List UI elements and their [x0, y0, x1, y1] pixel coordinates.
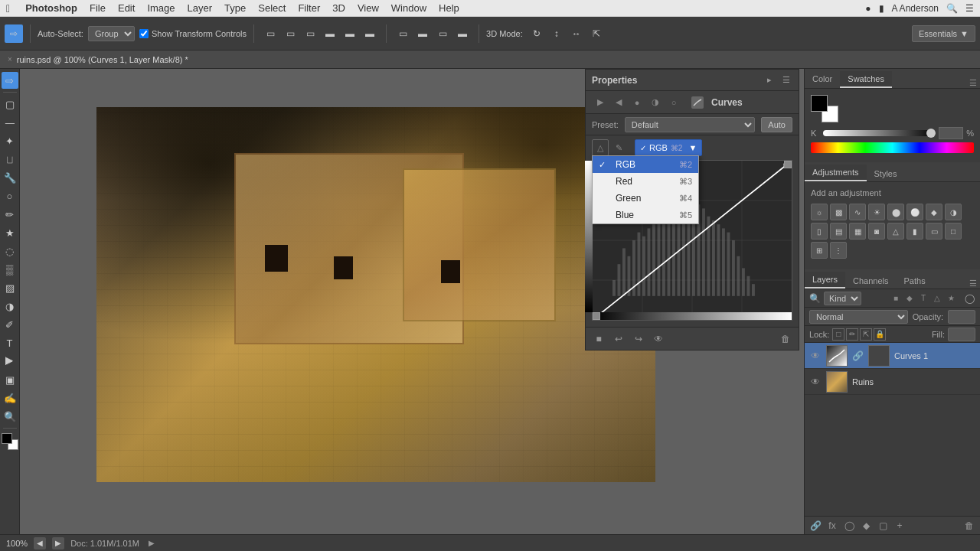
- status-nav-right[interactable]: ▶: [52, 537, 64, 549]
- history-brush-tool[interactable]: ◌: [2, 243, 18, 259]
- layers-filter-select[interactable]: Kind: [824, 292, 861, 305]
- channel-option-blue[interactable]: Blue ⌘5: [593, 207, 698, 223]
- adj-exposure[interactable]: ☀: [868, 204, 885, 220]
- k-value-input[interactable]: 100: [939, 127, 963, 139]
- quick-select-tool[interactable]: ✦: [2, 132, 18, 149]
- layer-item-ruins[interactable]: 👁 Ruins: [805, 369, 980, 395]
- prop-camera-btn[interactable]: ■: [590, 331, 607, 347]
- 3d-slide-btn[interactable]: ⇱: [587, 24, 606, 43]
- clone-stamp-tool[interactable]: ★: [2, 224, 18, 241]
- layers-link-btn[interactable]: 🔗: [808, 518, 823, 533]
- properties-expand-btn[interactable]: ▸: [763, 74, 776, 86]
- layer-item-curves1[interactable]: 👁 🔗 Curves 1: [805, 343, 980, 369]
- move-tool-btn[interactable]: ⇨: [5, 24, 23, 43]
- layers-trash-btn[interactable]: 🗑: [962, 518, 977, 533]
- layers-filter-toggle[interactable]: ◯: [963, 292, 975, 305]
- marquee-tool[interactable]: ▢: [2, 96, 18, 112]
- layers-panel-collapse-btn[interactable]: ☰: [966, 279, 980, 289]
- curve-select-tool[interactable]: △: [592, 139, 609, 156]
- eraser-tool[interactable]: ▒: [2, 261, 18, 278]
- filter-type-btn[interactable]: T: [917, 292, 929, 305]
- tab-swatches[interactable]: Swatches: [840, 71, 892, 88]
- filter-pixel-btn[interactable]: ■: [890, 292, 902, 305]
- dodge-tool[interactable]: ◑: [2, 298, 18, 315]
- layers-fx-btn[interactable]: fx: [825, 518, 840, 533]
- adj-grid-icon[interactable]: ⊞: [811, 242, 828, 259]
- fill-input[interactable]: 100%: [948, 328, 975, 341]
- prop-reset-btn[interactable]: ↩: [610, 331, 627, 347]
- zoom-tool[interactable]: 🔍: [2, 408, 18, 425]
- curves-eyedropper-mid[interactable]: ◑: [647, 94, 664, 111]
- 3d-zoom-btn[interactable]: ↔: [567, 24, 586, 43]
- adj-channel-mixer[interactable]: ▤: [830, 223, 847, 240]
- essentials-dropdown[interactable]: Essentials ▼: [912, 25, 975, 42]
- curves-eyedropper-tool[interactable]: ◀: [610, 94, 627, 111]
- adj-curves[interactable]: ∿: [849, 204, 866, 220]
- menu-select[interactable]: Select: [258, 2, 286, 14]
- tab-channels[interactable]: Channels: [845, 273, 896, 289]
- dist-btn2[interactable]: ▭: [433, 24, 452, 43]
- menu-view[interactable]: View: [358, 2, 379, 14]
- align-top-btn[interactable]: ▬: [321, 24, 339, 43]
- menu-filter[interactable]: Filter: [298, 2, 320, 14]
- channel-option-green[interactable]: Green ⌘4: [593, 190, 698, 207]
- adj-vibrance[interactable]: ⬤: [887, 204, 904, 220]
- menu-icon[interactable]: ☰: [965, 3, 974, 14]
- adj-black-white[interactable]: ◑: [945, 204, 962, 220]
- brush-tool[interactable]: ✏: [2, 206, 18, 223]
- adj-posterize[interactable]: △: [887, 223, 904, 240]
- adj-color-lookup[interactable]: ▦: [849, 223, 866, 240]
- auto-btn[interactable]: Auto: [761, 117, 792, 132]
- layer-vis-ruins[interactable]: 👁: [809, 376, 822, 388]
- color-gradient-bar[interactable]: [811, 142, 974, 153]
- status-nav-left[interactable]: ◀: [34, 537, 46, 549]
- status-play-btn[interactable]: ▶: [145, 537, 158, 549]
- layers-adjustment-btn[interactable]: ◆: [858, 518, 874, 533]
- align-right-btn[interactable]: ▭: [301, 24, 319, 43]
- adj-brightness-contrast[interactable]: ☼: [811, 204, 828, 220]
- path-select-tool[interactable]: ⯈: [2, 353, 18, 370]
- tab-paths[interactable]: Paths: [897, 273, 933, 289]
- menu-help[interactable]: Help: [439, 2, 459, 14]
- menu-layer[interactable]: Layer: [188, 2, 213, 14]
- search-icon[interactable]: 🔍: [946, 3, 958, 14]
- fg-swatch[interactable]: [811, 95, 828, 112]
- prop-forward-btn[interactable]: ↪: [630, 331, 647, 347]
- prop-eye-btn[interactable]: 👁: [650, 331, 667, 347]
- curve-draw-tool[interactable]: ✎: [610, 139, 627, 156]
- color-panel-menu-btn[interactable]: ☰: [969, 78, 977, 88]
- adj-color-balance[interactable]: ◆: [926, 204, 942, 220]
- tab-styles[interactable]: Styles: [867, 166, 905, 181]
- dist-h-btn[interactable]: ▭: [394, 24, 412, 43]
- channel-option-red[interactable]: Red ⌘3: [593, 173, 698, 190]
- channel-dropdown[interactable]: ✓ RGB ⌘2 ▼: [635, 139, 702, 156]
- layers-group-btn[interactable]: ▢: [875, 518, 890, 533]
- curves-eyedropper-light[interactable]: ○: [665, 94, 682, 111]
- align-middle-btn[interactable]: ▬: [341, 24, 359, 43]
- shape-tool[interactable]: ▣: [2, 371, 18, 388]
- opacity-input[interactable]: 100%: [948, 310, 975, 324]
- prop-trash-btn[interactable]: 🗑: [777, 331, 794, 347]
- menu-edit[interactable]: Edit: [118, 2, 135, 14]
- canvas-area[interactable]: Properties ▸ ☰ ▶ ◀ ● ◑ ○ Curves: [20, 69, 804, 534]
- layer-vis-curves1[interactable]: 👁: [809, 350, 822, 362]
- type-tool[interactable]: T: [2, 334, 18, 351]
- show-transform-checkbox[interactable]: [139, 29, 149, 38]
- lock-move-btn[interactable]: ⇱: [860, 328, 872, 341]
- channel-popup[interactable]: ✓ RGB ⌘2 Red ⌘3 Green ⌘4: [592, 155, 699, 224]
- 3d-rotate-btn[interactable]: ↻: [528, 24, 546, 43]
- menu-file[interactable]: File: [90, 2, 106, 14]
- adj-photo-filter[interactable]: ▯: [811, 223, 828, 240]
- blend-mode-select[interactable]: Normal: [809, 310, 908, 324]
- adj-extra[interactable]: ⋮: [830, 242, 847, 259]
- filter-adj-btn[interactable]: ◆: [903, 292, 916, 305]
- properties-menu-btn[interactable]: ☰: [780, 74, 792, 86]
- menu-type[interactable]: Type: [224, 2, 246, 14]
- adj-levels[interactable]: ▩: [830, 204, 847, 220]
- k-slider[interactable]: [823, 130, 936, 136]
- dist-btn3[interactable]: ▬: [453, 24, 472, 43]
- move-tool[interactable]: ⇨: [2, 72, 18, 89]
- tab-adjustments[interactable]: Adjustments: [805, 165, 867, 181]
- fg-bg-color-picker[interactable]: [2, 433, 18, 450]
- adj-gradient-map[interactable]: ▭: [926, 223, 942, 240]
